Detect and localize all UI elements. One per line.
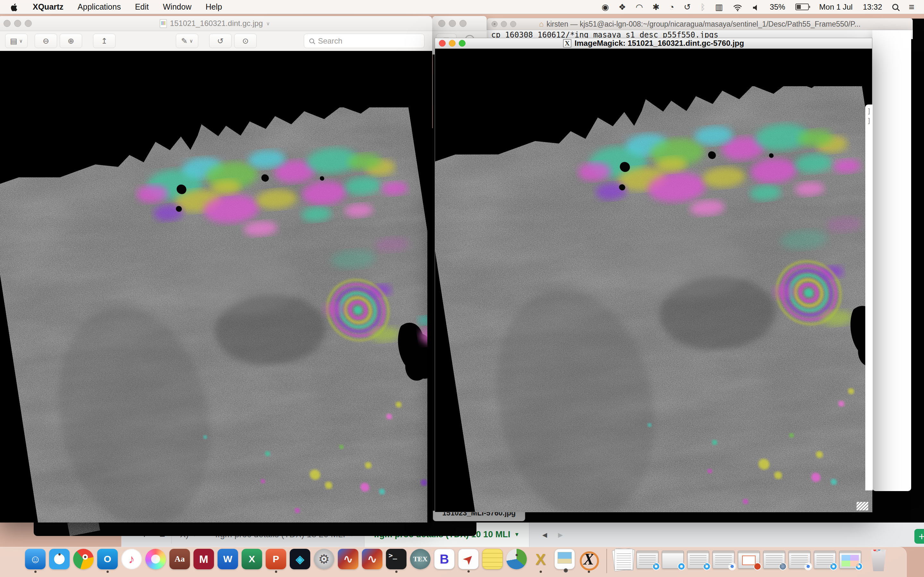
safari-badge-icon [678,562,685,570]
close-button[interactable] [438,20,445,27]
sheets-explore-button[interactable]: + [914,529,924,544]
minimized-safari-window[interactable] [636,551,658,569]
spotlight-icon[interactable] [892,4,898,10]
trash-full[interactable] [869,549,888,571]
x11-icon: X [563,39,572,47]
rotate-left-button[interactable]: ↺ [209,34,232,48]
dock-system-preferences[interactable]: ⚙ [314,549,334,569]
zoom-in-button[interactable]: ⊕ [60,34,82,48]
minimized-document-stack[interactable] [614,549,633,570]
zoom-out-button[interactable]: ⊖ [35,34,57,48]
chevron-down-icon[interactable]: ∨ [266,21,270,27]
share-button[interactable]: ↥ [93,34,115,48]
minimized-powerpoint-window[interactable] [738,551,760,569]
imagemagick-window-title: ImageMagick: 151021_160321.dint.gc-5760.… [575,39,744,48]
minimized-preview-document[interactable] [763,551,785,569]
minimize-button[interactable] [449,40,456,47]
menu-help[interactable]: Help [206,2,222,11]
battery-icon[interactable] [795,3,809,10]
dock-stickies[interactable] [482,549,503,569]
sheet-nav-prev-button[interactable]: ◂ [542,529,547,540]
sidebar-button[interactable]: ▤∨ [5,34,27,48]
bluetooth-icon[interactable]: ᛒ [700,0,706,14]
markup-pen-button[interactable]: ✎∨ [176,34,198,48]
minimize-button[interactable] [501,21,507,27]
search-input[interactable]: Search [304,34,425,48]
notification-center-icon[interactable]: ≡ [909,0,914,14]
dropbox-icon[interactable]: ❖ [619,0,626,14]
document-proxy-icon[interactable] [160,19,167,28]
minimized-safari-window[interactable] [662,551,684,569]
minimize-button[interactable] [449,20,456,27]
sheet-nav-next-button[interactable]: ▸ [558,529,563,540]
menu-date[interactable]: Mon 1 Jul [819,3,853,11]
minimized-safari-window[interactable] [687,551,709,569]
menu-app-name[interactable]: XQuartz [33,2,63,11]
preview-toolbar: ▤∨ ⊖ ⊕ ↥ ✎∨ ↺ ⊙ Search [0,31,432,51]
menu-applications[interactable]: Applications [78,2,121,11]
wifi-lock-icon[interactable]: ◠ [636,0,643,14]
markup-toolbar-button[interactable]: ⊙ [234,34,257,48]
terminal-window: ⌂ kirsten — kjs51@aci-lgn-008:~/group/ni… [487,18,913,39]
dock-safari[interactable] [49,549,69,569]
keyboard-meter-icon[interactable]: ▥ [715,0,723,14]
zoom-button[interactable] [459,20,467,27]
menu-window[interactable]: Window [163,2,192,11]
dock-word[interactable]: W [218,549,238,569]
time-machine-icon[interactable]: ↺ [684,0,691,14]
imagemagick-canvas[interactable] [435,49,872,512]
apple-menu[interactable] [11,0,19,14]
minimized-safari-window[interactable] [814,551,836,569]
chevron-down-icon: ∨ [190,38,193,44]
terminal-margin-strip[interactable]: ]] [865,105,873,490]
dock-mendeley[interactable]: M [194,549,214,569]
menu-time[interactable]: 13:32 [863,3,882,11]
interferogram-image [435,86,872,512]
dock-anyconnect[interactable] [506,549,527,569]
preview-canvas[interactable] [0,51,432,522]
vpn-globe-lock-icon[interactable]: ◉ [602,0,609,14]
close-button[interactable] [491,21,498,27]
dock-latex-rocket[interactable]: ➤ [458,549,479,569]
battery-percent: 35% [770,3,785,11]
dock-matlab[interactable]: ∿ [338,549,359,569]
wifi-icon[interactable] [733,0,742,14]
close-button[interactable] [3,20,11,27]
dock-photos[interactable] [145,549,166,569]
dock-terminal[interactable]: >_ [386,549,407,569]
terminal-body-strip[interactable] [872,30,911,491]
zoom-button[interactable] [510,21,516,27]
dock-music[interactable]: ♪ [121,549,142,569]
chevron-down-icon: ▼ [514,532,519,538]
browser-circle-icon[interactable]: ◔ [669,0,674,14]
dock-preview[interactable] [554,549,575,569]
dock-outlook[interactable]: O [97,549,118,569]
avast-icon[interactable]: ✱ [653,0,660,14]
minimized-chrome-window[interactable] [788,551,811,569]
chrome-badge-icon [804,562,812,570]
dock-finder[interactable]: ☺ [25,549,45,569]
zoom-button[interactable] [459,40,465,47]
dock-x-gold[interactable]: X [530,549,551,569]
minimized-chrome-window[interactable] [712,551,734,569]
dock-photoshop-elements[interactable]: ◈ [290,549,310,569]
minimize-button[interactable] [14,20,21,27]
desktop: + ≡ X)▼ Ifgm proc details (TDX) 18 20 ML… [0,0,924,577]
volume-icon[interactable] [752,0,759,14]
dock-dictionary[interactable]: Aa [170,549,190,569]
dock-texshop[interactable]: TEX [410,549,431,569]
close-button[interactable] [439,40,446,47]
minimized-safari-map-window[interactable] [839,551,861,569]
zoom-button[interactable] [25,20,32,27]
dock-bbedit[interactable]: B [434,549,455,569]
dock-xquartz[interactable]: X [578,549,599,569]
dock-powerpoint[interactable]: P [266,549,286,569]
dock-excel[interactable]: X [242,549,262,569]
imagemagick-titlebar: X ImageMagick: 151021_160321.dint.gc-576… [435,38,872,49]
safari-badge-icon [830,562,837,570]
preview-window: 151021_160321.dint.gc.jpg ∨ ▤∨ ⊖ ⊕ ↥ ✎∨ … [0,16,432,522]
resize-grip[interactable] [856,502,869,511]
dock-chrome[interactable] [73,549,94,569]
dock-matlab-2[interactable]: ∿ [362,549,383,569]
menu-edit[interactable]: Edit [135,2,149,11]
